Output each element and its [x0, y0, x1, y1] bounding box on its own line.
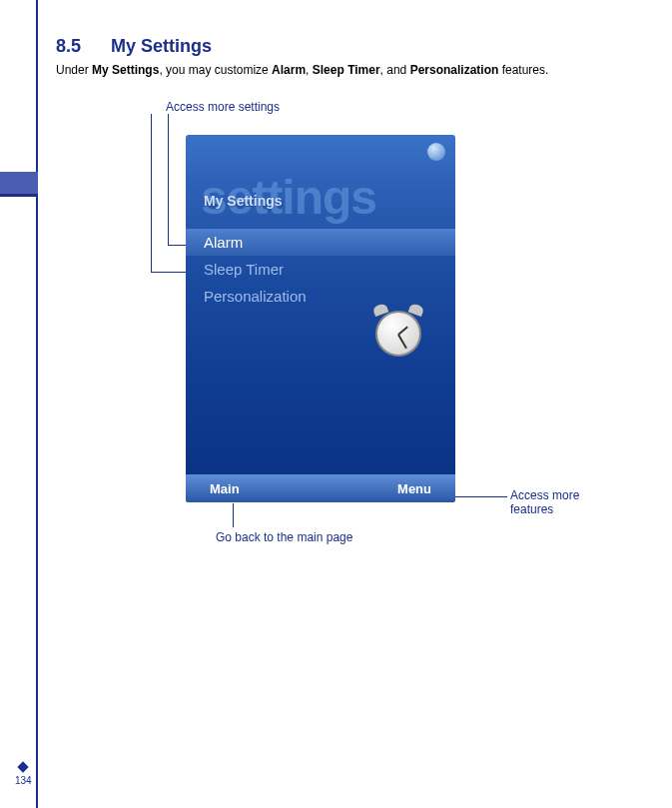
softkey-main[interactable]: Main: [210, 481, 240, 496]
intro-text: features.: [498, 63, 548, 77]
callout-line: [151, 272, 186, 273]
callout-access-more-features: Access more features: [510, 488, 600, 516]
screen-heading: My Settings: [204, 193, 283, 209]
intro-text: ,: [306, 63, 313, 77]
content-area: 8.5 My Settings Under My Settings, you m…: [56, 36, 672, 77]
callout-line: [233, 503, 234, 527]
alarm-clock-icon: [369, 303, 427, 361]
section-number: 8.5: [56, 36, 81, 57]
list-item-alarm[interactable]: Alarm: [186, 229, 455, 256]
footer-ornament-icon: [18, 761, 29, 772]
callout-line: [168, 245, 186, 246]
page-left-border: [36, 0, 38, 808]
callout-line: [151, 114, 152, 273]
softkey-menu[interactable]: Menu: [397, 481, 431, 496]
section-title: My Settings: [111, 36, 212, 57]
callout-access-more-settings: Access more settings: [166, 100, 280, 114]
intro-bold-personalization: Personalization: [410, 63, 499, 77]
list-item-sleep-timer[interactable]: Sleep Timer: [186, 256, 455, 283]
intro-paragraph: Under My Settings, you may customize Ala…: [56, 63, 672, 77]
intro-text: Under: [56, 63, 92, 77]
intro-text: , and: [380, 63, 410, 77]
callout-go-back-main: Go back to the main page: [216, 530, 352, 544]
page-footer: 134: [15, 763, 32, 786]
page-side-tab: [0, 172, 38, 197]
softkey-bar: Main Menu: [186, 474, 455, 502]
section-heading: 8.5 My Settings: [56, 36, 672, 57]
callout-line: [168, 114, 169, 246]
intro-bold-alarm: Alarm: [272, 63, 306, 77]
phone-screenshot: settings My Settings Alarm Sleep Timer P…: [186, 135, 455, 502]
page-number: 134: [15, 775, 32, 786]
intro-bold-sleeptimer: Sleep Timer: [313, 63, 380, 77]
intro-bold-mysettings: My Settings: [92, 63, 159, 77]
settings-list: Alarm Sleep Timer Personalization: [186, 229, 455, 310]
close-icon[interactable]: [427, 143, 445, 161]
intro-text: , you may customize: [159, 63, 272, 77]
